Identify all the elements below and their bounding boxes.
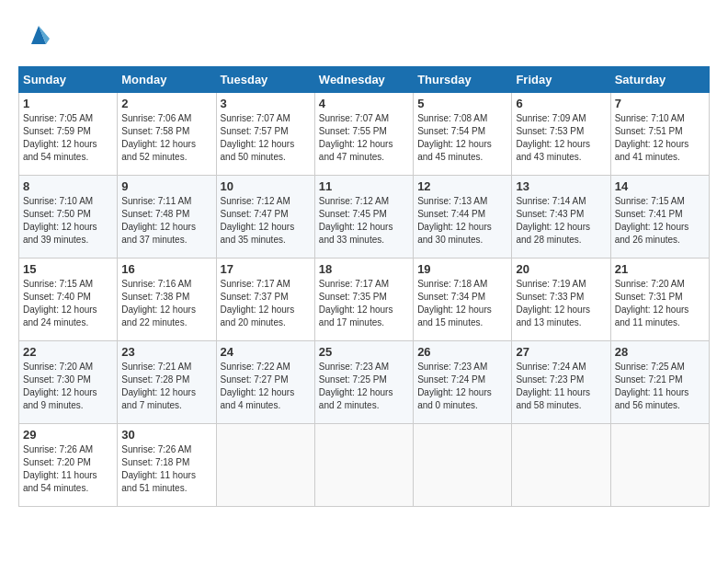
day-info: Sunrise: 7:14 AMSunset: 7:43 PMDaylight:… <box>516 195 606 247</box>
day-number: 11 <box>319 179 409 193</box>
day-info: Sunrise: 7:08 AMSunset: 7:54 PMDaylight:… <box>417 112 507 164</box>
day-info: Sunrise: 7:13 AMSunset: 7:44 PMDaylight:… <box>417 195 507 247</box>
day-number: 19 <box>417 262 507 276</box>
day-info: Sunrise: 7:17 AMSunset: 7:37 PMDaylight:… <box>221 278 311 329</box>
col-header-tuesday: Tuesday <box>216 67 314 93</box>
calendar-week-row: 8Sunrise: 7:10 AMSunset: 7:50 PMDaylight… <box>19 176 710 259</box>
calendar-header-row: SundayMondayTuesdayWednesdayThursdayFrid… <box>19 67 710 93</box>
calendar-day-27: 27Sunrise: 7:24 AMSunset: 7:23 PMDayligh… <box>512 341 610 424</box>
day-number: 18 <box>319 262 409 276</box>
calendar-table: SundayMondayTuesdayWednesdayThursdayFrid… <box>18 66 710 507</box>
calendar-day-17: 17Sunrise: 7:17 AMSunset: 7:37 PMDayligh… <box>216 259 314 341</box>
calendar-day-26: 26Sunrise: 7:23 AMSunset: 7:24 PMDayligh… <box>414 341 512 424</box>
day-info: Sunrise: 7:23 AMSunset: 7:25 PMDaylight:… <box>319 361 409 412</box>
col-header-sunday: Sunday <box>19 67 118 93</box>
day-info: Sunrise: 7:26 AMSunset: 7:18 PMDaylight:… <box>121 443 211 495</box>
calendar-day-20: 20Sunrise: 7:19 AMSunset: 7:33 PMDayligh… <box>512 259 610 341</box>
day-info: Sunrise: 7:20 AMSunset: 7:30 PMDaylight:… <box>23 361 113 412</box>
calendar-day-14: 14Sunrise: 7:15 AMSunset: 7:41 PMDayligh… <box>610 176 709 259</box>
logo <box>18 18 55 52</box>
day-info: Sunrise: 7:07 AMSunset: 7:57 PMDaylight:… <box>221 112 311 164</box>
day-info: Sunrise: 7:15 AMSunset: 7:40 PMDaylight:… <box>23 278 113 329</box>
calendar-day-empty <box>216 424 314 507</box>
day-number: 12 <box>417 179 507 193</box>
day-info: Sunrise: 7:10 AMSunset: 7:50 PMDaylight:… <box>23 195 113 247</box>
day-info: Sunrise: 7:17 AMSunset: 7:35 PMDaylight:… <box>319 278 409 329</box>
calendar-day-empty <box>414 424 512 507</box>
day-number: 13 <box>516 179 606 193</box>
calendar-week-row: 29Sunrise: 7:26 AMSunset: 7:20 PMDayligh… <box>19 424 710 507</box>
calendar-day-30: 30Sunrise: 7:26 AMSunset: 7:18 PMDayligh… <box>118 424 216 507</box>
calendar-day-18: 18Sunrise: 7:17 AMSunset: 7:35 PMDayligh… <box>314 259 413 341</box>
col-header-thursday: Thursday <box>414 67 512 93</box>
day-number: 2 <box>121 97 211 110</box>
day-info: Sunrise: 7:23 AMSunset: 7:24 PMDaylight:… <box>417 361 507 412</box>
day-number: 17 <box>221 262 311 276</box>
calendar-day-24: 24Sunrise: 7:22 AMSunset: 7:27 PMDayligh… <box>216 341 314 424</box>
page-header <box>18 18 710 52</box>
day-number: 3 <box>221 97 311 110</box>
calendar-week-row: 15Sunrise: 7:15 AMSunset: 7:40 PMDayligh… <box>19 259 710 341</box>
day-number: 6 <box>516 97 606 110</box>
col-header-friday: Friday <box>512 67 610 93</box>
calendar-day-13: 13Sunrise: 7:14 AMSunset: 7:43 PMDayligh… <box>512 176 610 259</box>
day-number: 28 <box>615 345 705 359</box>
calendar-day-4: 4Sunrise: 7:07 AMSunset: 7:55 PMDaylight… <box>314 93 413 176</box>
day-info: Sunrise: 7:25 AMSunset: 7:21 PMDaylight:… <box>615 361 705 412</box>
calendar-day-1: 1Sunrise: 7:05 AMSunset: 7:59 PMDaylight… <box>19 93 118 176</box>
day-info: Sunrise: 7:19 AMSunset: 7:33 PMDaylight:… <box>516 278 606 329</box>
day-info: Sunrise: 7:11 AMSunset: 7:48 PMDaylight:… <box>121 195 211 247</box>
calendar-day-7: 7Sunrise: 7:10 AMSunset: 7:51 PMDaylight… <box>610 93 709 176</box>
calendar-day-5: 5Sunrise: 7:08 AMSunset: 7:54 PMDaylight… <box>414 93 512 176</box>
day-info: Sunrise: 7:20 AMSunset: 7:31 PMDaylight:… <box>615 278 705 329</box>
day-number: 27 <box>516 345 606 359</box>
day-number: 15 <box>23 262 113 276</box>
day-info: Sunrise: 7:12 AMSunset: 7:47 PMDaylight:… <box>221 195 311 247</box>
day-info: Sunrise: 7:10 AMSunset: 7:51 PMDaylight:… <box>615 112 705 164</box>
calendar-day-empty <box>314 424 413 507</box>
day-info: Sunrise: 7:24 AMSunset: 7:23 PMDaylight:… <box>516 361 606 412</box>
calendar-day-23: 23Sunrise: 7:21 AMSunset: 7:28 PMDayligh… <box>118 341 216 424</box>
calendar-day-11: 11Sunrise: 7:12 AMSunset: 7:45 PMDayligh… <box>314 176 413 259</box>
day-number: 5 <box>417 97 507 110</box>
calendar-day-10: 10Sunrise: 7:12 AMSunset: 7:47 PMDayligh… <box>216 176 314 259</box>
calendar-day-8: 8Sunrise: 7:10 AMSunset: 7:50 PMDaylight… <box>19 176 118 259</box>
day-info: Sunrise: 7:09 AMSunset: 7:53 PMDaylight:… <box>516 112 606 164</box>
calendar-day-25: 25Sunrise: 7:23 AMSunset: 7:25 PMDayligh… <box>314 341 413 424</box>
col-header-saturday: Saturday <box>610 67 709 93</box>
day-number: 10 <box>221 179 311 193</box>
day-number: 23 <box>121 345 211 359</box>
day-info: Sunrise: 7:15 AMSunset: 7:41 PMDaylight:… <box>615 195 705 247</box>
calendar-day-2: 2Sunrise: 7:06 AMSunset: 7:58 PMDaylight… <box>118 93 216 176</box>
day-info: Sunrise: 7:22 AMSunset: 7:27 PMDaylight:… <box>221 361 311 412</box>
calendar-day-12: 12Sunrise: 7:13 AMSunset: 7:44 PMDayligh… <box>414 176 512 259</box>
calendar-day-19: 19Sunrise: 7:18 AMSunset: 7:34 PMDayligh… <box>414 259 512 341</box>
col-header-wednesday: Wednesday <box>314 67 413 93</box>
calendar-day-16: 16Sunrise: 7:16 AMSunset: 7:38 PMDayligh… <box>118 259 216 341</box>
calendar-day-empty <box>610 424 709 507</box>
calendar-week-row: 1Sunrise: 7:05 AMSunset: 7:59 PMDaylight… <box>19 93 710 176</box>
day-number: 20 <box>516 262 606 276</box>
day-info: Sunrise: 7:18 AMSunset: 7:34 PMDaylight:… <box>417 278 507 329</box>
day-number: 30 <box>121 428 211 442</box>
day-info: Sunrise: 7:12 AMSunset: 7:45 PMDaylight:… <box>319 195 409 247</box>
day-number: 4 <box>319 97 409 110</box>
calendar-day-22: 22Sunrise: 7:20 AMSunset: 7:30 PMDayligh… <box>19 341 118 424</box>
calendar-day-15: 15Sunrise: 7:15 AMSunset: 7:40 PMDayligh… <box>19 259 118 341</box>
day-number: 7 <box>615 97 705 110</box>
logo-icon <box>22 18 55 52</box>
day-number: 26 <box>417 345 507 359</box>
calendar-day-6: 6Sunrise: 7:09 AMSunset: 7:53 PMDaylight… <box>512 93 610 176</box>
day-number: 24 <box>221 345 311 359</box>
day-info: Sunrise: 7:05 AMSunset: 7:59 PMDaylight:… <box>23 112 113 164</box>
day-number: 29 <box>23 428 113 442</box>
day-info: Sunrise: 7:06 AMSunset: 7:58 PMDaylight:… <box>121 112 211 164</box>
col-header-monday: Monday <box>118 67 216 93</box>
calendar-week-row: 22Sunrise: 7:20 AMSunset: 7:30 PMDayligh… <box>19 341 710 424</box>
day-number: 25 <box>319 345 409 359</box>
day-number: 9 <box>121 179 211 193</box>
calendar-day-29: 29Sunrise: 7:26 AMSunset: 7:20 PMDayligh… <box>19 424 118 507</box>
calendar-day-9: 9Sunrise: 7:11 AMSunset: 7:48 PMDaylight… <box>118 176 216 259</box>
day-number: 16 <box>121 262 211 276</box>
day-info: Sunrise: 7:26 AMSunset: 7:20 PMDaylight:… <box>23 443 113 495</box>
